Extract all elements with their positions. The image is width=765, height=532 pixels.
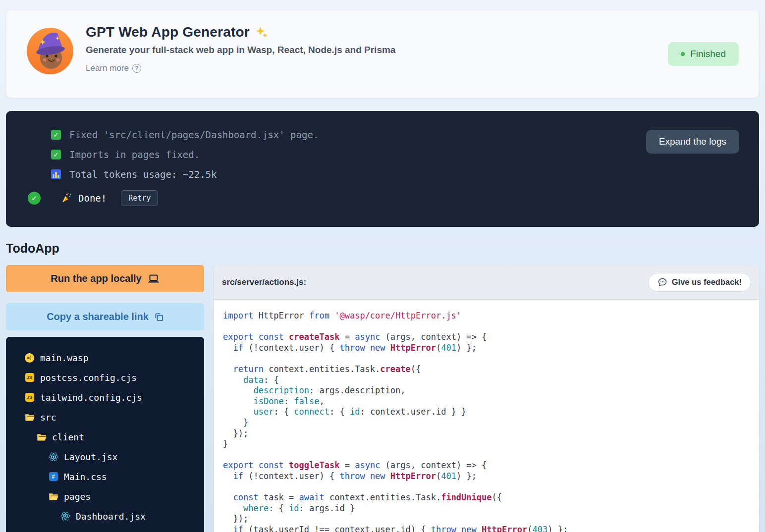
code-line: });	[223, 428, 750, 439]
wizard-avatar	[26, 27, 74, 75]
current-file-label: src/server/actions.js:	[222, 277, 306, 287]
code-line: }	[223, 418, 750, 428]
code-content[interactable]: import HttpError from '@wasp/core/HttpEr…	[214, 300, 759, 532]
check-square-icon: ✓	[51, 130, 61, 140]
log-line: ✓ Imports in pages fixed.	[51, 150, 739, 160]
page-title: GPT Web App Generator	[86, 24, 395, 40]
feedback-label: Give us feedback!	[672, 277, 742, 287]
tree-item-label: Main.css	[64, 472, 107, 482]
log-line-text: Total tokens usage: ~22.5k	[69, 169, 217, 180]
tree-item-src[interactable]: src	[6, 407, 204, 427]
copy-share-link-label: Copy a shareable link	[47, 311, 149, 322]
code-line: description: args.description,	[223, 385, 750, 396]
sparkles-icon	[255, 26, 268, 39]
file-tree: =)main.waspJSpostcss.config.cjsJStailwin…	[6, 337, 204, 532]
bar-chart-icon	[51, 169, 61, 179]
code-line: });	[223, 514, 750, 525]
run-app-label: Run the app locally	[51, 273, 141, 284]
tree-item-main-css[interactable]: #Main.css	[6, 467, 204, 486]
laptop-icon	[148, 274, 160, 283]
code-line: const task = await context.entities.Task…	[223, 492, 750, 503]
tree-item-client[interactable]: client	[6, 427, 204, 447]
code-line: data: {	[223, 375, 750, 386]
code-line	[223, 450, 750, 461]
code-line	[223, 482, 750, 493]
tree-item-main-wasp[interactable]: =)main.wasp	[6, 348, 204, 368]
check-square-icon: ✓	[51, 150, 61, 160]
learn-more-label: Learn more	[86, 63, 129, 73]
tree-item-label: main.wasp	[40, 353, 89, 363]
folder-icon	[36, 433, 47, 441]
retry-button[interactable]: Retry	[121, 190, 158, 206]
learn-more-link[interactable]: Learn more ?	[86, 63, 141, 73]
code-line: import HttpError from '@wasp/core/HttpEr…	[223, 311, 750, 321]
status-badge: Finished	[668, 42, 739, 66]
tree-item-pages[interactable]: pages	[6, 486, 204, 506]
tree-item-postcss-config-cjs[interactable]: JSpostcss.config.cjs	[6, 368, 204, 387]
feedback-button[interactable]: Give us feedback!	[648, 273, 751, 292]
log-line-text: Imports in pages fixed.	[69, 149, 200, 160]
speech-bubble-icon	[657, 277, 667, 287]
done-label: Done!	[78, 193, 107, 204]
tree-item-label: Dashboard.jsx	[76, 511, 146, 522]
app-subtitle: Generate your full-stack web app in Wasp…	[86, 45, 395, 55]
help-icon: ?	[132, 64, 141, 73]
react-icon	[48, 452, 58, 462]
code-viewer-header: src/server/actions.js: Give us feedback!	[214, 265, 759, 300]
code-line: where: { id: args.id }	[223, 503, 750, 514]
code-viewer: src/server/actions.js: Give us feedback!…	[214, 265, 759, 532]
log-line: Total tokens usage: ~22.5k	[51, 169, 739, 179]
done-row: ✓ Done! Retry	[28, 190, 739, 206]
react-icon	[60, 511, 70, 521]
page-title-text: GPT Web App Generator	[86, 24, 250, 40]
code-line	[223, 321, 750, 332]
folder-icon	[24, 413, 35, 422]
code-line: user: { connect: { id: context.user.id }…	[223, 407, 750, 418]
log-line: ✓ Fixed 'src/client/pages/Dashboard.jsx'…	[51, 130, 739, 140]
main-columns: Run the app locally Copy a shareable lin…	[6, 265, 759, 532]
log-panel: Expand the logs ✓ Fixed 'src/client/page…	[6, 111, 759, 227]
config-icon: JS	[24, 393, 35, 402]
run-app-button[interactable]: Run the app locally	[6, 265, 204, 292]
tree-item-tailwind-config-cjs[interactable]: JStailwind.config.cjs	[6, 387, 204, 407]
copy-share-link-button[interactable]: Copy a shareable link	[6, 303, 204, 330]
code-line: isDone: false,	[223, 396, 750, 407]
code-line: if (!context.user) { throw new HttpError…	[223, 343, 750, 354]
tree-item-layout-jsx[interactable]: Layout.jsx	[6, 447, 204, 467]
expand-logs-button[interactable]: Expand the logs	[646, 130, 739, 154]
log-line-text: Fixed 'src/client/pages/Dashboard.jsx' p…	[69, 129, 319, 140]
code-line: if (!context.user) { throw new HttpError…	[223, 471, 750, 482]
tree-item-label: src	[40, 412, 56, 423]
config-icon: JS	[24, 373, 35, 382]
code-line: if (task.userId !== context.user.id) { t…	[223, 525, 750, 532]
code-line: export const createTask = async (args, c…	[223, 332, 750, 343]
success-check-icon: ✓	[28, 192, 41, 205]
status-label: Finished	[690, 49, 726, 59]
app-header: GPT Web App Generator Generate your full…	[6, 10, 759, 98]
party-popper-icon	[61, 193, 72, 204]
left-column: Run the app locally Copy a shareable lin…	[6, 265, 204, 532]
status-dot-icon	[681, 52, 685, 56]
code-line	[223, 353, 750, 364]
tree-item-dashboard-jsx[interactable]: Dashboard.jsx	[6, 506, 204, 526]
header-text: GPT Web App Generator Generate your full…	[86, 24, 395, 73]
page: GPT Web App Generator Generate your full…	[0, 0, 765, 532]
tree-item-label: pages	[64, 491, 91, 502]
code-line: }	[223, 439, 750, 450]
code-line: export const toggleTask = async (args, c…	[223, 460, 750, 471]
app-name: TodoApp	[6, 241, 759, 256]
tree-item-label: postcss.config.cjs	[40, 372, 137, 383]
folder-icon	[48, 492, 58, 501]
wasp-icon: =)	[24, 353, 35, 363]
css-icon: #	[48, 472, 58, 481]
tree-item-label: tailwind.config.cjs	[40, 392, 142, 403]
code-line: return context.entities.Task.create({	[223, 364, 750, 375]
tree-item-label: client	[52, 432, 84, 442]
copy-icon	[154, 312, 164, 321]
tree-item-label: Layout.jsx	[64, 452, 117, 462]
